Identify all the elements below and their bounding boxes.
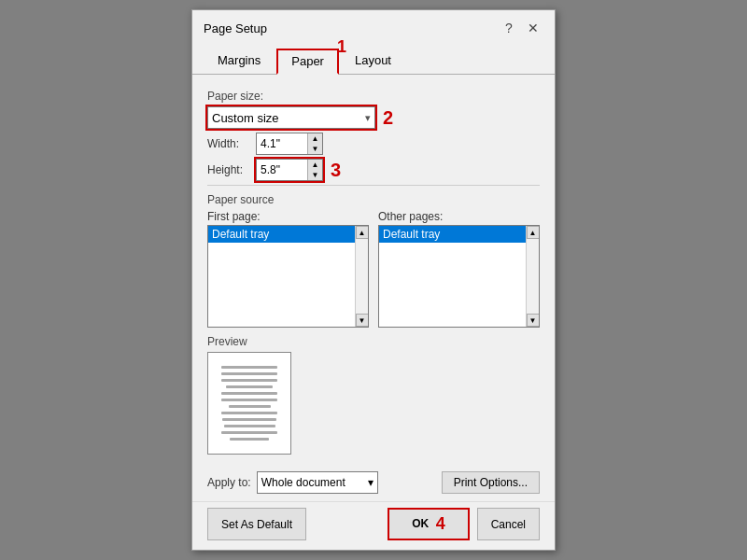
width-label: Width:	[207, 137, 252, 150]
preview-line-12	[230, 438, 269, 441]
width-row: Width: ▲ ▼	[207, 133, 540, 155]
height-label: Height:	[207, 163, 252, 176]
preview-line-2	[221, 372, 277, 375]
first-page-scrollbar: ▲ ▼	[355, 226, 368, 327]
preview-section: Preview	[207, 335, 540, 455]
preview-box	[207, 352, 291, 455]
title-bar: Page Setup ? ✕	[192, 10, 555, 38]
close-button[interactable]: ✕	[523, 18, 543, 38]
apply-to-label: Apply to:	[207, 476, 251, 489]
other-pages-label: Other pages:	[378, 210, 540, 223]
width-spinner: ▲ ▼	[307, 133, 322, 154]
paper-source-section: Paper source First page: Default tray ▲ …	[207, 193, 540, 328]
height-down-button[interactable]: ▼	[307, 170, 322, 180]
preview-line-5	[221, 392, 277, 395]
dialog-title: Page Setup	[204, 21, 267, 35]
scroll-down-icon[interactable]: ▼	[356, 314, 369, 327]
tab-margins[interactable]: Margins	[204, 49, 275, 75]
cancel-button[interactable]: Cancel	[477, 508, 540, 540]
height-spinner: ▲ ▼	[307, 160, 322, 180]
first-page-label: First page:	[207, 210, 369, 223]
scroll-up-icon2[interactable]: ▲	[527, 226, 540, 239]
page-setup-dialog: Page Setup ? ✕ Margins Paper 1 Layout Pa…	[191, 9, 556, 551]
width-input-wrap: ▲ ▼	[256, 133, 323, 155]
dropdown-arrow-icon: ▾	[365, 112, 371, 124]
help-button[interactable]: ?	[499, 18, 519, 38]
preview-line-3	[221, 379, 277, 382]
height-input[interactable]	[257, 160, 307, 180]
height-input-wrap: ▲ ▼	[256, 159, 323, 181]
first-page-listbox[interactable]: Default tray ▲ ▼	[207, 225, 369, 328]
preview-line-7	[229, 405, 271, 408]
other-pages-col: Other pages: Default tray ▲ ▼	[378, 210, 540, 328]
set-as-default-button[interactable]: Set As Default	[207, 508, 306, 540]
dialog-buttons: Set As Default OK 4 Cancel	[192, 501, 555, 550]
preview-line-4	[226, 385, 273, 388]
apply-dropdown[interactable]: Whole document ▾	[257, 471, 378, 494]
first-page-item[interactable]: Default tray	[208, 226, 368, 243]
tab-paper[interactable]: Paper 1	[276, 49, 339, 75]
preview-line-1	[221, 366, 277, 369]
preview-line-6	[221, 399, 277, 401]
paper-size-label: Paper size:	[207, 90, 540, 103]
preview-line-8	[221, 412, 277, 414]
annotation-4: 4	[436, 514, 445, 533]
print-options-button[interactable]: Print Options...	[442, 471, 540, 494]
paper-size-dropdown[interactable]: Custom size ▾	[207, 106, 375, 129]
preview-line-9	[222, 418, 276, 421]
preview-line-10	[224, 425, 275, 427]
annotation-2: 2	[383, 107, 393, 129]
tab-layout[interactable]: Layout	[341, 49, 405, 75]
other-pages-item[interactable]: Default tray	[379, 226, 539, 243]
other-pages-listbox[interactable]: Default tray ▲ ▼	[378, 225, 540, 328]
scroll-up-icon[interactable]: ▲	[356, 226, 369, 239]
width-up-button[interactable]: ▲	[307, 133, 322, 144]
title-bar-buttons: ? ✕	[499, 18, 543, 38]
preview-line-11	[221, 431, 277, 434]
annotation-3: 3	[331, 160, 341, 181]
apply-row: Apply to: Whole document ▾ Print Options…	[192, 464, 555, 497]
preview-label: Preview	[207, 335, 540, 348]
width-down-button[interactable]: ▼	[307, 144, 322, 154]
paper-source-label: Paper source	[207, 193, 540, 206]
tab-bar: Margins Paper 1 Layout	[192, 42, 555, 75]
apply-dropdown-arrow-icon: ▾	[368, 476, 374, 489]
width-input[interactable]	[257, 133, 307, 154]
height-up-button[interactable]: ▲	[307, 160, 322, 170]
height-row: Height: ▲ ▼ 3	[207, 159, 540, 181]
scroll-down-icon2[interactable]: ▼	[527, 314, 540, 327]
ok-button[interactable]: OK 4	[388, 508, 469, 540]
first-page-col: First page: Default tray ▲ ▼	[207, 210, 369, 328]
source-row: First page: Default tray ▲ ▼ Other pages…	[207, 210, 540, 328]
other-pages-scrollbar: ▲ ▼	[526, 226, 539, 327]
dialog-content: Paper size: Custom size ▾ 2 Width: ▲ ▼ H…	[192, 75, 555, 464]
